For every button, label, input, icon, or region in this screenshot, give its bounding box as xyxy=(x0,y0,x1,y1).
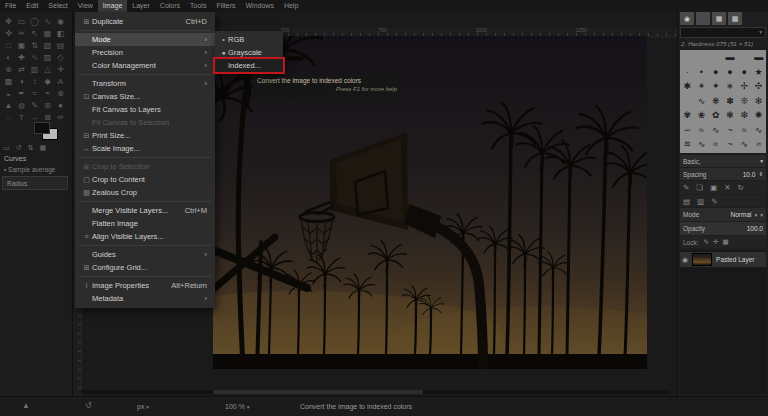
menu-item[interactable]: Guides › xyxy=(75,248,215,261)
brush-thumbnail[interactable]: ▬ xyxy=(723,50,737,65)
brush-grid[interactable]: ▬▬·•●●●★✱✶✦∗✢✣∿❋✽❊✻✾❀✿❃❇✺∽≈∿~≈∿≋∿≈~∿≈ xyxy=(680,50,766,153)
brush-thumbnail[interactable]: ≈ xyxy=(694,123,708,138)
tool-icon[interactable]: ◆ xyxy=(41,76,54,88)
brush-thumbnail[interactable]: ∗ xyxy=(723,79,737,94)
menubar-item[interactable]: Select xyxy=(43,0,72,12)
tool-icon[interactable]: ◒ xyxy=(2,88,15,100)
layer-mode-row[interactable]: Mode Normal ▾ ▾ xyxy=(680,208,766,221)
tool-icon[interactable]: ✛ xyxy=(54,64,67,76)
brush-thumbnail[interactable]: ✦ xyxy=(709,79,723,94)
tool-icon[interactable]: ◑ xyxy=(15,76,28,88)
menubar-item[interactable]: Layer xyxy=(127,0,155,12)
tool-icon[interactable]: ▦ xyxy=(41,28,54,40)
submenu-item[interactable]: ● Grayscale xyxy=(215,46,283,59)
tool-icon[interactable]: ✎ xyxy=(28,100,41,112)
tool-icon[interactable]: ▲ xyxy=(2,100,15,112)
menu-item[interactable]: Fit Canvas to Selection › xyxy=(75,116,215,129)
brush-thumbnail[interactable] xyxy=(709,50,723,65)
menu-item[interactable]: › xyxy=(75,28,215,33)
brush-thumbnail[interactable]: ★ xyxy=(751,65,765,80)
brush-action-icon[interactable]: ↻ xyxy=(737,183,743,192)
brush-thumbnail[interactable]: ~ xyxy=(723,137,737,152)
tool-icon[interactable]: ⇅ xyxy=(28,40,41,52)
brush-thumbnail[interactable] xyxy=(680,50,694,65)
menubar-item[interactable]: Edit xyxy=(21,0,43,12)
brush-thumbnail[interactable]: ❃ xyxy=(723,108,737,123)
dock-tab[interactable]: ◉ xyxy=(680,12,694,25)
brush-thumbnail[interactable]: ✣ xyxy=(751,79,765,94)
navigation-icon[interactable]: ▲ xyxy=(22,401,30,410)
tool-icon[interactable]: △ xyxy=(41,64,54,76)
tool-icon[interactable]: ● xyxy=(54,100,67,112)
tool-icon[interactable]: ▤ xyxy=(54,40,67,52)
horizontal-scrollbar[interactable] xyxy=(81,390,670,394)
brush-thumbnail[interactable]: ✶ xyxy=(694,79,708,94)
brush-thumbnail[interactable]: ❊ xyxy=(737,94,751,109)
brush-thumbnail[interactable]: ∿ xyxy=(737,137,751,152)
dock-tab[interactable]: ▩ xyxy=(728,12,742,25)
tool-icon[interactable]: ✂ xyxy=(15,28,28,40)
brush-thumbnail[interactable]: ❋ xyxy=(709,94,723,109)
menubar-item[interactable]: Help xyxy=(279,0,303,12)
menu-item[interactable]: › xyxy=(75,243,215,248)
brush-thumbnail[interactable]: ∿ xyxy=(709,123,723,138)
menubar-item[interactable]: File xyxy=(0,0,21,12)
brush-thumbnail[interactable]: ✻ xyxy=(751,94,765,109)
brush-thumbnail[interactable]: ≈ xyxy=(751,137,765,152)
menu-item[interactable]: ⊞ Configure Grid... › xyxy=(75,261,215,274)
lock-position-icon[interactable]: ✛ xyxy=(713,238,718,246)
brush-thumbnail[interactable]: ∿ xyxy=(694,94,708,109)
tool-icon[interactable]: ◌ xyxy=(2,112,15,124)
foreground-color-swatch[interactable] xyxy=(34,122,50,134)
menu-item[interactable]: Metadata › xyxy=(75,292,215,305)
tool-icon[interactable]: ◓ xyxy=(41,88,54,100)
tool-icon[interactable]: ≈ xyxy=(28,88,41,100)
brush-thumbnail[interactable]: ∿ xyxy=(694,137,708,152)
brush-thumbnail[interactable]: ∿ xyxy=(751,123,765,138)
menu-item[interactable]: Mode › xyxy=(75,33,215,46)
brush-action-icon[interactable]: ✕ xyxy=(724,183,730,192)
tool-icon[interactable]: ◇ xyxy=(54,52,67,64)
tool-options-icon[interactable]: ↺ xyxy=(16,144,22,152)
menubar-item[interactable]: Filters xyxy=(211,0,240,12)
menu-item[interactable]: ▢ Crop to Content › xyxy=(75,173,215,186)
brush-thumbnail[interactable]: ~ xyxy=(723,123,737,138)
menu-item[interactable]: Merge Visible Layers... Ctrl+M › xyxy=(75,204,215,217)
tool-icon[interactable]: ✜ xyxy=(2,28,15,40)
tool-icon[interactable]: ◧ xyxy=(54,28,67,40)
brush-thumbnail[interactable] xyxy=(694,50,708,65)
visibility-eye-icon[interactable]: ◉ xyxy=(682,256,688,264)
menu-item[interactable]: ⊡ Canvas Size... › xyxy=(75,90,215,103)
brush-thumbnail[interactable]: • xyxy=(694,65,708,80)
tool-icon[interactable]: ▩ xyxy=(2,76,15,88)
tool-options-icon[interactable]: ▭ xyxy=(3,144,10,152)
tool-icon[interactable]: ✚ xyxy=(15,52,28,64)
menu-item[interactable]: Transform › xyxy=(75,77,215,90)
spacing-slider[interactable]: Spacing 10.0 ⬍ xyxy=(680,168,766,180)
tool-icon[interactable]: ✒ xyxy=(15,88,28,100)
dock-tab[interactable] xyxy=(696,12,710,25)
brush-thumbnail[interactable]: ✢ xyxy=(737,79,751,94)
menu-item[interactable]: Fit Canvas to Layers › xyxy=(75,103,215,116)
tool-icon[interactable]: ◍ xyxy=(15,100,28,112)
tool-icon[interactable]: ∿ xyxy=(41,16,54,28)
tool-icon[interactable]: ◉ xyxy=(54,16,67,28)
brush-action-icon[interactable]: ❏ xyxy=(696,183,703,192)
brush-thumbnail[interactable]: ● xyxy=(709,65,723,80)
brush-thumbnail[interactable]: ✾ xyxy=(680,108,694,123)
brush-thumbnail[interactable] xyxy=(680,94,694,109)
brush-tag-entry[interactable]: Basic, ▾ xyxy=(680,155,766,167)
brush-thumbnail[interactable]: ▬ xyxy=(751,50,765,65)
menu-item[interactable]: › xyxy=(75,72,215,77)
tool-icon[interactable]: ∿ xyxy=(28,52,41,64)
unit-dropdown[interactable]: px ▾ xyxy=(137,403,149,410)
brush-thumbnail[interactable]: ✺ xyxy=(751,108,765,123)
brush-thumbnail[interactable]: ✱ xyxy=(680,79,694,94)
tool-icon[interactable]: ▥ xyxy=(28,64,41,76)
brush-thumbnail[interactable]: ✿ xyxy=(709,108,723,123)
tool-icon[interactable]: ⊗ xyxy=(54,88,67,100)
tool-icon[interactable]: ⊕ xyxy=(2,64,15,76)
tool-icon[interactable]: ▨ xyxy=(41,52,54,64)
menubar-item[interactable]: View xyxy=(73,0,98,12)
brush-thumbnail[interactable]: ≋ xyxy=(680,137,694,152)
